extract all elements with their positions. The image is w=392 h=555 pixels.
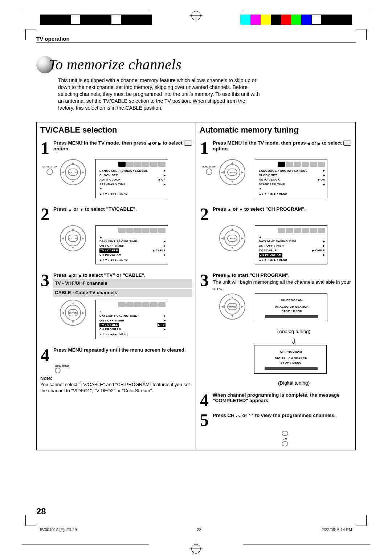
col-heading: Automatic memory tuning [196,122,355,137]
step3-hl2: CABLE - Cable TV channels [53,289,192,297]
osd-menu: LANGUAGE / IDIOMA / LANGUE▶ CLOCK SET▶ A… [95,159,168,199]
step2-text: Press ▲ or ▼ to select "TV/CABLE". [53,206,137,212]
step-number: 5 [198,412,211,428]
note-block: Note: You cannot select "TV/CABLE" and "… [37,373,196,398]
col-auto: Automatic memory tuning 1 Press MENU in … [196,122,356,450]
crosshair-icon [191,11,201,20]
crosshair-icon [191,544,201,554]
step1-text: Press MENU in the TV mode, then press ◀ … [53,140,192,151]
page-content: TV operation To memorize channels This u… [36,36,356,519]
menu-button-icon: MENU SETUP [42,166,57,175]
caption-analog: (Analog tuning) [232,329,355,334]
osd-menu: ▲ DAYLIGHT SAVING TIME▶ ON / OFF TIMER▶ … [95,300,168,339]
crop-mark [356,515,367,526]
step-number: 3 [39,272,51,288]
step5-text: Press CH ︿ or ﹀ to view the programmed c… [213,413,336,418]
section-label: TV operation [36,36,356,43]
footer: 5V60101A [E]p23-29 28 2/22/06, 6:14 PM [36,527,356,532]
step3-text: Press ◀ or ▶ to select "TV" or "CABLE". [53,272,146,278]
step-number: 2 [39,206,51,222]
step-number: 1 [198,140,211,156]
ch-down-icon [282,441,288,446]
col-tvcable: TV/CABLE selection 1 Press MENU in the T… [36,122,196,450]
step4-text: Press MENU repeatedly until the menu scr… [53,347,186,353]
remote-dpad-icon: ENTER ▲▼◀▶ [55,225,92,251]
osd-chprog-analog: CH PROGRAM ANALOG CH SEARCH STOP : MENU [255,293,327,322]
col-heading: TV/CABLE selection [37,122,196,137]
remote-dpad-icon: ENTER ▲▼◀▶ [214,293,251,320]
crop-mark [356,29,367,40]
caption-digital: (Digital tuning) [232,380,355,386]
intro-text: This unit is equipped with a channel mem… [58,77,261,111]
step2-text: Press ▲ or ▼ to select "CH PROGRAM". [213,206,306,212]
down-arrow-icon: ⇩ [232,338,355,345]
step-number: 2 [198,206,211,222]
remote-dpad-icon: ENTER ▲▼◀▶ [55,300,92,326]
step3-hl1: TV - VHF/UHF channels [53,279,192,287]
osd-menu: LANGUAGE / IDIOMA / LANGUE▶ CLOCK SET▶ A… [255,159,327,199]
osd-menu: ▲ DAYLIGHT SAVING TIME▶ ON / OFF TIMER▶ … [255,225,327,265]
step3-text: Press ▶ to start "CH PROGRAM". [213,272,290,278]
step-number: 1 [39,140,51,156]
step4-text: When channel programming is complete, th… [213,392,340,403]
footer-page: 28 [197,527,201,532]
remote-dpad-icon: MENU SETUP ENTER ▲▼◀▶ [214,159,251,185]
page-number: 28 [36,506,46,516]
osd-menu: ▲ DAYLIGHT SAVING TIME▶ ON / OFF TIMER▶ … [95,225,168,265]
option-icon [184,141,192,146]
remote-dpad-icon: ENTER ▲▼◀▶ [214,225,251,251]
ch-buttons-icon: CH [214,431,355,446]
color-bars-left [40,15,152,25]
step1-text: Press MENU in the TV mode, then press ◀ … [213,140,351,151]
step-number: 4 [39,347,51,363]
page-title: To memorize channels [49,56,181,73]
osd-chprog-digital: CH PROGRAM DIGITAL CH SEARCH STOP : MENU [254,345,327,374]
color-bars-right [240,15,352,25]
option-icon [343,141,351,146]
footer-file: 5V60101A [E]p23-29 [40,527,77,532]
step3-extra: The unit will begin memorizing all the c… [213,279,352,292]
crop-mark [25,29,36,40]
crop-mark [25,515,36,526]
remote-dpad-icon: MENU SETUP ENTER ▲▼◀▶ [55,159,92,185]
step-number: 3 [198,272,211,288]
footer-date: 2/22/06, 6:14 PM [322,527,352,532]
ch-up-icon [282,431,288,436]
menu-button-icon: MENU SETUP [55,365,196,373]
menu-button-icon: MENU SETUP [202,166,216,175]
step-number: 4 [198,392,211,408]
